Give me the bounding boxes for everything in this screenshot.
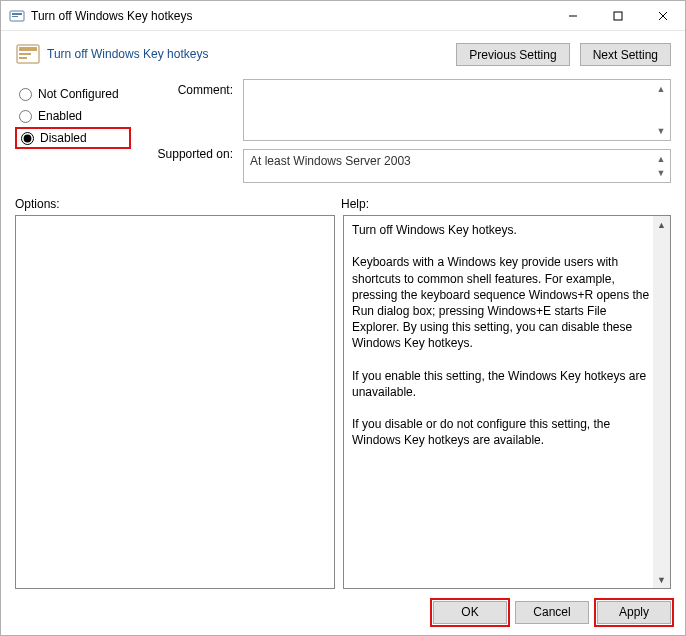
scroll-up-icon[interactable]: ▲: [654, 82, 668, 96]
window-title: Turn off Windows Key hotkeys: [31, 9, 550, 23]
apply-button[interactable]: Apply: [597, 601, 671, 624]
help-pane: Turn off Windows Key hotkeys. Keyboards …: [343, 215, 671, 589]
panes: Turn off Windows Key hotkeys. Keyboards …: [1, 215, 685, 589]
close-button[interactable]: [640, 1, 685, 30]
pane-labels: Options: Help:: [1, 185, 685, 215]
policy-title: Turn off Windows Key hotkeys: [47, 47, 208, 61]
svg-rect-1: [12, 13, 22, 15]
policy-dialog: Turn off Windows Key hotkeys Turn off Wi…: [0, 0, 686, 636]
svg-rect-2: [12, 16, 18, 17]
supported-field: At least Windows Server 2003 ▲ ▼: [243, 149, 671, 183]
footer: OK Cancel Apply: [1, 589, 685, 635]
help-text: Turn off Windows Key hotkeys. Keyboards …: [344, 216, 670, 588]
titlebar: Turn off Windows Key hotkeys: [1, 1, 685, 31]
svg-rect-8: [19, 47, 37, 51]
field-values: ▲ ▼ At least Windows Server 2003 ▲ ▼: [243, 79, 671, 183]
scroll-down-icon[interactable]: ▼: [653, 571, 670, 588]
field-labels: Comment: Supported on:: [141, 79, 233, 183]
radio-not-configured[interactable]: Not Configured: [15, 83, 131, 105]
options-pane: [15, 215, 335, 589]
radio-not-configured-input[interactable]: [19, 88, 32, 101]
radio-enabled-input[interactable]: [19, 110, 32, 123]
radio-disabled[interactable]: Disabled: [15, 127, 131, 149]
radio-enabled[interactable]: Enabled: [15, 105, 131, 127]
next-setting-button[interactable]: Next Setting: [580, 43, 671, 66]
radio-label: Disabled: [40, 131, 87, 145]
scroll-down-icon[interactable]: ▼: [654, 124, 668, 138]
policy-icon: [15, 41, 41, 67]
comment-label: Comment:: [141, 79, 233, 139]
help-label: Help:: [341, 197, 369, 211]
previous-setting-button[interactable]: Previous Setting: [456, 43, 569, 66]
maximize-button[interactable]: [595, 1, 640, 30]
svg-rect-9: [19, 53, 31, 55]
supported-text: At least Windows Server 2003: [250, 154, 411, 168]
radio-disabled-input[interactable]: [21, 132, 34, 145]
scroll-up-icon[interactable]: ▲: [653, 216, 670, 233]
radio-label: Enabled: [38, 109, 82, 123]
options-label: Options:: [15, 197, 341, 211]
scroll-up-icon[interactable]: ▲: [654, 152, 668, 166]
header: Turn off Windows Key hotkeys Previous Se…: [1, 31, 685, 73]
supported-label: Supported on:: [141, 139, 233, 169]
state-radios: Not Configured Enabled Disabled: [15, 79, 131, 183]
svg-rect-10: [19, 57, 27, 59]
app-icon: [9, 8, 25, 24]
upper-section: Not Configured Enabled Disabled Comment:…: [1, 73, 685, 185]
svg-rect-4: [614, 12, 622, 20]
radio-label: Not Configured: [38, 87, 119, 101]
help-scrollbar[interactable]: ▲ ▼: [653, 216, 670, 588]
minimize-button[interactable]: [550, 1, 595, 30]
scroll-down-icon[interactable]: ▼: [654, 166, 668, 180]
ok-button[interactable]: OK: [433, 601, 507, 624]
cancel-button[interactable]: Cancel: [515, 601, 589, 624]
comment-field[interactable]: ▲ ▼: [243, 79, 671, 141]
